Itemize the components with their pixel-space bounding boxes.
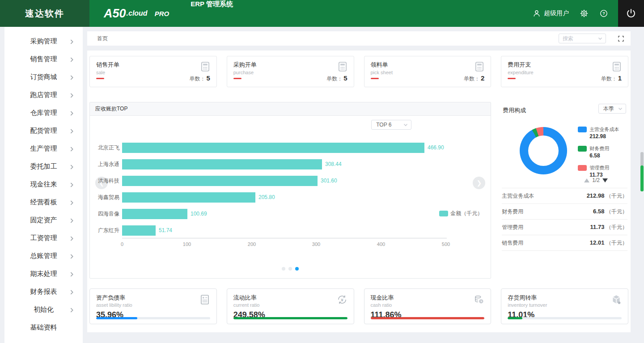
- ratio-progress-fill: [508, 317, 522, 319]
- stat-card[interactable]: 采购开单 purchase 单数：5: [227, 56, 354, 87]
- sidebar-item[interactable]: 采购管理: [4, 32, 83, 50]
- sidebar-item[interactable]: 生产管理: [4, 140, 83, 157]
- sidebar-item[interactable]: 现金往来: [4, 175, 83, 193]
- user-icon: [532, 9, 541, 18]
- carousel-dot[interactable]: [288, 267, 292, 271]
- scrollbar-thumb[interactable]: [640, 152, 644, 166]
- bar-chart-legend[interactable]: 金额（千元）: [439, 210, 483, 217]
- fullscreen-icon[interactable]: [618, 35, 624, 42]
- donut-legend-item[interactable]: 管理费用 11.73: [578, 165, 619, 178]
- sidebar-item[interactable]: 基础资料: [4, 318, 83, 336]
- power-icon: [626, 8, 636, 19]
- bar-category-label: 洪海科技: [92, 176, 119, 186]
- chevron-right-icon: [69, 92, 75, 100]
- stat-card[interactable]: 费用开支 expenditure 单数：1: [501, 56, 628, 87]
- ratio-card-title: 资产负债率: [96, 294, 210, 302]
- scrollbar-thumb-green[interactable]: [640, 165, 644, 191]
- ratio-card[interactable]: 流动比率 current ratio ¥ 249.58%: [227, 288, 354, 324]
- pager-up-icon[interactable]: [584, 178, 589, 182]
- help-icon[interactable]: ?: [599, 9, 608, 18]
- sidebar-item[interactable]: 期末处理: [4, 265, 83, 283]
- expense-label: 销售费用: [502, 239, 523, 247]
- sidebar-item[interactable]: 仓库管理: [4, 104, 83, 122]
- legend-pager: 1/2: [584, 177, 608, 183]
- bar: [122, 159, 322, 169]
- expense-panel-title: 费用构成: [503, 106, 526, 114]
- expense-breakdown-panel: 费用构成 本季 主营业务成本 212.98 财务费用 6.58 管理费用 11.…: [501, 102, 628, 279]
- settings-gear-icon[interactable]: [580, 9, 589, 18]
- red-dash: [233, 78, 242, 79]
- donut-legend-item[interactable]: 财务费用 6.58: [578, 145, 619, 159]
- logo[interactable]: 速达软件: [0, 0, 89, 27]
- sidebar-item[interactable]: 跑店管理: [4, 86, 83, 104]
- logout-power-button[interactable]: [618, 0, 644, 27]
- carousel-dot[interactable]: [282, 267, 285, 271]
- sidebar-item[interactable]: 初始化: [4, 301, 83, 318]
- donut-legend-item[interactable]: 主营业务成本 212.98: [578, 126, 619, 140]
- sidebar-item[interactable]: 财务报表: [4, 283, 83, 301]
- ratio-card[interactable]: 资产负债率 asset libility ratio 35.96%: [89, 288, 217, 324]
- calculator-icon: [337, 61, 348, 74]
- sidebar-item[interactable]: 固定资产: [4, 211, 83, 229]
- sidebar-item[interactable]: 总账管理: [4, 247, 83, 265]
- sidebar-item[interactable]: 配货管理: [4, 122, 83, 140]
- carousel-dots: [90, 267, 491, 271]
- ratio-card-title: 现金比率: [371, 294, 485, 302]
- ratio-card[interactable]: 存货周转率 inventory turnover 11.01%: [501, 288, 628, 324]
- sidebar-item[interactable]: 销售管理: [4, 50, 83, 68]
- breadcrumb-home[interactable]: 首页: [97, 35, 108, 42]
- receivables-panel-title: 应收账款TOP: [90, 102, 491, 116]
- ratio-card-subtitle: cash ratio: [371, 302, 485, 308]
- expense-list-row: 管理费用 11.73 （千元）: [502, 220, 627, 235]
- expense-label: 管理费用: [502, 224, 523, 231]
- stat-card-count: 单数：5: [326, 74, 347, 83]
- ratio-card-title: 存货周转率: [508, 294, 622, 302]
- expense-label: 财务费用: [502, 208, 523, 216]
- ratio-card[interactable]: 现金比率 cash ratio 111.86%: [364, 288, 491, 324]
- ratio-card-title: 流动比率: [233, 294, 347, 302]
- period-select[interactable]: 本季: [598, 104, 626, 114]
- sidebar-item[interactable]: 工资管理: [4, 229, 83, 247]
- ratio-progress-fill: [371, 317, 485, 319]
- stat-card[interactable]: 领料单 pick sheet 单数：2: [364, 56, 491, 87]
- stat-card[interactable]: 销售开单 sale 单数：5: [89, 56, 217, 87]
- red-dash: [508, 78, 516, 79]
- legend-swatch: [578, 165, 587, 171]
- legend-swatch: [578, 146, 587, 152]
- stat-card-title: 销售开单: [96, 61, 210, 69]
- chevron-right-icon: [69, 182, 75, 190]
- bar-value-label: 466.90: [428, 144, 444, 151]
- expense-value: 212.98 （千元）: [587, 192, 627, 200]
- report-icon: [199, 294, 211, 307]
- logo-text: 速达软件: [25, 8, 64, 20]
- carousel-next-button[interactable]: ❯: [473, 177, 485, 189]
- sidebar-item[interactable]: 订货商城: [4, 68, 83, 86]
- stat-card-title: 领料单: [371, 61, 485, 69]
- ratio-progress-fill: [233, 317, 347, 319]
- ratio-card-subtitle: current ratio: [233, 302, 347, 308]
- sidebar-item[interactable]: 经营看板: [4, 193, 83, 211]
- ratio-card-subtitle: inventory turnover: [508, 302, 622, 308]
- ratio-progress-track: [508, 317, 622, 319]
- breadcrumb-bar: 首页 搜索: [87, 31, 631, 46]
- user-menu[interactable]: 超级用户: [532, 9, 569, 18]
- donut-legend: 主营业务成本 212.98 财务费用 6.58 管理费用 11.73: [578, 126, 619, 178]
- bar: [122, 192, 255, 203]
- pager-down-icon[interactable]: [602, 178, 608, 182]
- x-tick-label: 500: [442, 241, 450, 247]
- stat-card-count: 单数：1: [601, 74, 622, 83]
- page-scrollbar[interactable]: [640, 27, 644, 343]
- dashboard-content: 销售开单 sale 单数：5 采购开单 purchase 单数：5 领料单 pi…: [87, 51, 631, 332]
- top-n-select[interactable]: TOP 6: [371, 120, 411, 130]
- x-axis: [122, 238, 447, 238]
- chevron-right-icon: [69, 217, 75, 225]
- chevron-right-icon: [69, 74, 75, 82]
- expense-value: 11.73 （千元）: [590, 224, 627, 231]
- chevron-right-icon: [69, 235, 75, 243]
- calculator-icon: [474, 61, 485, 74]
- ratio-progress-track: [371, 317, 485, 319]
- sidebar-item[interactable]: 委托加工: [4, 157, 83, 175]
- search-input[interactable]: 搜索: [559, 34, 606, 43]
- calculator-icon: [611, 61, 623, 74]
- carousel-dot[interactable]: [295, 267, 299, 271]
